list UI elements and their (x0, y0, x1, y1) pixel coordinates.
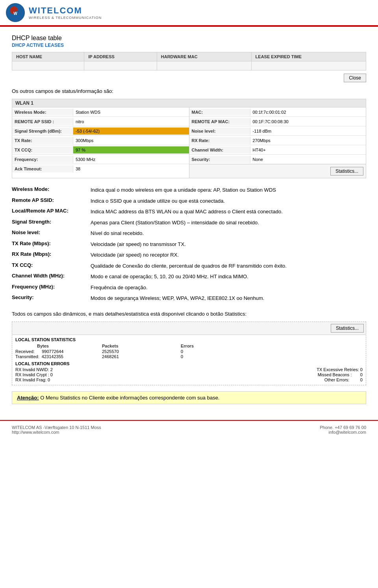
stat-transmitted-packets: 2468261 (102, 354, 181, 359)
desc-value-wireless-mode: Indica qual o modo wireless em que a uni… (91, 186, 366, 194)
wlan-row-rxrate: RX Rate: 270Mbps (189, 136, 366, 145)
close-button[interactable]: Close (344, 74, 366, 82)
desc-label-frequency: Frequency (MHz): (12, 284, 91, 290)
dhcp-subtitle: DHCP ACTIVE LEASES (12, 43, 366, 48)
wlan-row-txccq: TX CCQ: 97 % (12, 145, 189, 155)
rx-invalid-crypt: RX Invalid Crypt : 0 (15, 372, 189, 377)
desc-value-channel-width: Modo e canal de operação; 5, 10, 20 ou 2… (91, 273, 366, 281)
stats-button-row: Statistics... (189, 164, 366, 178)
wlan-value-ack: 38 (73, 165, 189, 172)
dhcp-col-mac: HARDWARE MAC (157, 52, 251, 61)
attention-label: Atenção: (17, 395, 39, 401)
tx-excessive-retries: TX Excessive Retries: 0 (189, 367, 363, 372)
wlan-label-rxrate: RX Rate: (189, 137, 250, 144)
wlan-row-txrate: TX Rate: 300Mbps (12, 136, 189, 145)
wlan-value-txccq: 97 % (73, 146, 189, 153)
desc-value-signal-strength: Apenas para Client (Station/Station WDS)… (91, 219, 366, 227)
wlan-right-col: MAC: 00:1f:7c:00:01:02 REMOTE AP MAC: 00… (189, 107, 366, 178)
wlan-body: Wireless Mode: Station WDS REMOTE AP SSI… (12, 107, 366, 178)
close-button-row: Close (12, 74, 366, 82)
desc-value-remote-ssid: Indica o SSID que a unidade utilize ou q… (91, 197, 366, 205)
desc-label-noise-level: Noise level: (12, 229, 91, 235)
wlan-value-noise: -118 dBm (250, 128, 366, 135)
wlan-value-wireless-mode: Station WDS (73, 109, 189, 116)
desc-value-frequency: Frequência de operação. (91, 284, 366, 292)
desc-tx-rate: TX Rate (Mbps): Velocidade (air speed) n… (12, 240, 366, 248)
rx-invalid-nwid: RX Invalid NWID: 2 (15, 367, 189, 372)
wlan-row-remote-ssid: REMOTE AP SSID : nitro (12, 117, 189, 126)
desc-label-signal-strength: Signal Strength: (12, 219, 91, 225)
stat-inner: LOCAL STATION STATISTICS Bytes Packets E… (12, 335, 366, 385)
statistics-intro: Todos os campos são dinâmicos, e mais de… (12, 310, 366, 318)
statistics-panel: Statistics... LOCAL STATION STATISTICS B… (12, 322, 366, 385)
wlan-value-signal: -53 (-54/-62) (73, 128, 189, 135)
stat-received-packets: 2525570 (102, 349, 181, 354)
wlan-label-signal: Signal Strength (dBm): (12, 128, 73, 135)
missed-beacons: Missed Beacons : 0 (189, 372, 363, 377)
desc-label-security: Security: (12, 294, 91, 300)
dhcp-col-lease: LEASE EXPIRED TIME (251, 52, 366, 61)
desc-tx-ccq: TX CCQ: Qualidade de Conexão do cliente,… (12, 262, 366, 270)
desc-label-remote-ssid: Remote AP SSID: (12, 197, 91, 203)
stat-transmitted-bytes: Transmitted: 423142355 (15, 354, 102, 359)
wlan-label-txrate: TX Rate: (12, 137, 73, 144)
wlan-row-noise: Noise level: -118 dBm (189, 126, 366, 136)
wlan-row-security: Security: None (189, 155, 366, 164)
wlan-row-mac: MAC: 00:1f:7c:00:01:02 (189, 107, 366, 117)
desc-value-tx-rate: Velocidade (air speed) no transmissor TX… (91, 240, 366, 248)
desc-channel-width: Channel Width (MHz): Modo e canal de ope… (12, 273, 366, 281)
footer-email-link[interactable]: info@witelcom.com (328, 430, 366, 435)
desc-label-wireless-mode: Wireless Mode: (12, 186, 91, 192)
stat-col-packets: Packets (102, 344, 181, 348)
stat-header-row: Bytes Packets Errors (15, 344, 363, 348)
stat-received-errors: 0 (181, 349, 259, 354)
attention-text: O Menu Statistics no Cliente exibe infor… (39, 395, 220, 401)
wlan-row-freq: Frequency: 5300 MHz (12, 155, 189, 164)
desc-rx-rate: RX Rate (Mbps): Velocidade (air speed) n… (12, 251, 366, 259)
stat-transmitted-errors: 0 (181, 354, 259, 359)
wlan-label-wireless-mode: Wireless Mode: (12, 109, 73, 116)
wlan-row-signal: Signal Strength (dBm): -53 (-54/-62) (12, 126, 189, 136)
desc-remote-ssid: Remote AP SSID: Indica o SSID que a unid… (12, 197, 366, 205)
dhcp-table: HOST NAME IP ADDRESS HARDWARE MAC LEASE … (12, 52, 366, 70)
desc-label-tx-rate: TX Rate (Mbps): (12, 240, 91, 246)
desc-wireless-mode: Wireless Mode: Indica qual o modo wirele… (12, 186, 366, 194)
page-header: W WITELCOM WIRELESS & TELECOMMUNICATION (0, 0, 378, 26)
desc-local-remote-mac: Local/Remote AP MAC: Indica MAC address … (12, 208, 366, 216)
desc-label-local-remote-mac: Local/Remote AP MAC: (12, 208, 91, 214)
desc-label-rx-rate: RX Rate (Mbps): (12, 251, 91, 257)
svg-text:W: W (13, 11, 17, 16)
stat-col-bytes: Bytes (15, 344, 102, 348)
stat-errors-split: RX Invalid NWID: 2 RX Invalid Crypt : 0 … (15, 367, 363, 383)
wlan-label-security: Security: (189, 156, 250, 163)
footer-email: info@witelcom.com (320, 430, 366, 435)
logo-text-area: WITELCOM WIRELESS & TELECOMMUNICATION (29, 6, 102, 20)
dhcp-title: DHCP lease table (12, 35, 366, 42)
dhcp-col-ip: IP ADDRESS (84, 52, 157, 61)
desc-security: Security: Modos de segurança Wireless; W… (12, 294, 366, 302)
wlan-label-remote-mac: REMOTE AP MAC: (189, 118, 250, 125)
wlan-row-ack: Ack Timeout: 38 (12, 164, 189, 174)
wlan-value-remote-mac: 00:1F:7C:00:08:30 (250, 118, 366, 125)
wlan-panel: WLAN 1 Wireless Mode: Station WDS REMOTE… (12, 99, 366, 178)
statistics-button[interactable]: Statistics... (330, 167, 363, 176)
wlan-label-ack: Ack Timeout: (12, 165, 73, 172)
footer-website: http://www.witelcom.com (12, 430, 101, 435)
rx-invalid-frag: RX Invalid Frag: 0 (15, 377, 189, 382)
page-footer: WITELCOM AS -Værftsgaten 10 N-1511 Moss … (0, 421, 378, 438)
stat-received-bytes: Received: 990772644 (15, 349, 102, 354)
desc-frequency: Frequency (MHz): Frequência de operação. (12, 284, 366, 292)
wlan-value-security: None (250, 156, 366, 163)
attention-box: Atenção: O Menu Statistics no Cliente ex… (12, 391, 366, 404)
wlan-label-freq: Frequency: (12, 156, 73, 163)
footer-website-link[interactable]: http://www.witelcom.com (12, 430, 59, 435)
main-content: DHCP lease table DHCP ACTIVE LEASES HOST… (0, 27, 378, 420)
stats-button-in-panel[interactable]: Statistics... (331, 324, 364, 333)
stat-btn-row: Statistics... (12, 322, 366, 335)
wlan-label-mac: MAC: (189, 109, 250, 116)
wlan-row-wireless-mode: Wireless Mode: Station WDS (12, 107, 189, 117)
footer-right: Phone. +47 69 69 76 00 info@witelcom.com (320, 425, 366, 435)
desc-value-tx-ccq: Qualidade de Conexão do cliente, percent… (91, 262, 366, 270)
wlan-row-remote-mac: REMOTE AP MAC: 00:1F:7C:00:08:30 (189, 117, 366, 126)
local-errors-title: LOCAL STATION ERRORS (15, 361, 363, 366)
